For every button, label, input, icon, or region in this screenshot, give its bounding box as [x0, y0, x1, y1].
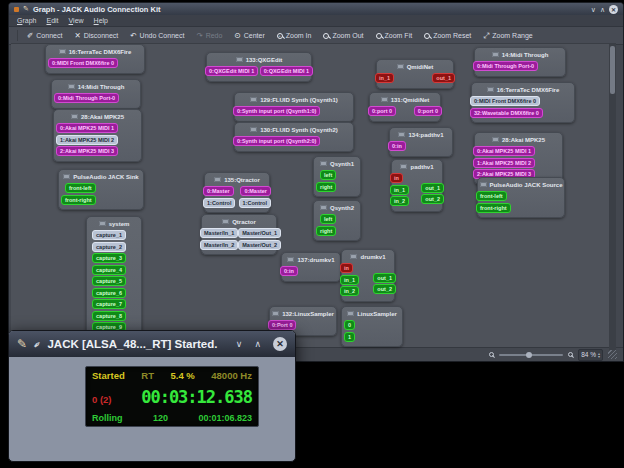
node-qsynth2[interactable]: Qsynth2leftright	[313, 200, 361, 241]
port-1-akai-mpk25-midi-2[interactable]: 1:Akai MPK25 MIDI 2	[56, 135, 118, 145]
node-akai-out[interactable]: 28:Akai MPK250:Akai MPK25 MIDI 11:Akai M…	[53, 109, 142, 162]
port-2-akai-mpk25-midi-3[interactable]: 2:Akai MPK25 MIDI 3	[56, 146, 118, 156]
connect-button[interactable]: ✐Connect	[22, 31, 67, 41]
port-front-left[interactable]: front-left	[65, 183, 96, 193]
port-0-synth-input-port-qsynth1-0-[interactable]: 0:Synth input port (Qsynth1:0)	[233, 106, 320, 116]
port-0-port-0[interactable]: 0:Port 0	[268, 320, 296, 330]
port-out-1[interactable]: out_1	[432, 73, 455, 83]
menu-view[interactable]: View	[65, 17, 88, 24]
port-right[interactable]: right	[316, 226, 336, 236]
port-master-in-1[interactable]: Master/In_1	[200, 228, 238, 238]
zoom-in-button[interactable]: +Zoom In	[272, 31, 317, 40]
port-capture-1[interactable]: capture_1	[92, 230, 126, 240]
node-pulseaudio-source[interactable]: PulseAudio JACK Sourcefront-leftfront-ri…	[477, 177, 565, 218]
menu-graph[interactable]: Graph	[13, 17, 40, 24]
port-in-1[interactable]: in_1	[390, 185, 409, 195]
center-button[interactable]: ⊙Center	[229, 31, 269, 41]
port-0-midi-front-dmx6fire-0[interactable]: 0:MIDI Front DMX6fire 0	[48, 58, 118, 68]
port-master-out-2[interactable]: Master/Out_2	[238, 240, 281, 250]
node-linuxsampler-audio[interactable]: LinuxSampler01	[341, 306, 403, 347]
port-capture-4[interactable]: capture_4	[92, 265, 126, 275]
pin-icon[interactable]: ✒	[30, 337, 44, 351]
port-in-1[interactable]: in_1	[375, 73, 394, 83]
zoom-out-button[interactable]: -Zoom Out	[318, 31, 368, 40]
port-in-2[interactable]: in_2	[390, 196, 409, 206]
maximize-icon[interactable]: ∧	[600, 6, 605, 13]
node-qmidinet-alsa[interactable]: 131:QmidiNet0:port 00:port 0	[369, 92, 441, 122]
resize-grip[interactable]	[608, 350, 617, 359]
node-drumkv1-audio[interactable]: drumkv1inin_1in_2xout_1out_2	[341, 249, 395, 302]
port-0[interactable]: 0	[344, 320, 355, 330]
port-0-akai-mpk25-midi-1[interactable]: 0:Akai MPK25 MIDI 1	[56, 123, 118, 133]
port-0-midi-front-dmx6fire-0[interactable]: 0:MIDI Front DMX6fire 0	[470, 96, 540, 106]
zoom-range-button[interactable]: ⤢Zoom Range	[478, 31, 537, 41]
window-menu-icon[interactable]	[14, 7, 19, 12]
zoom-fit-button[interactable]: Zoom Fit	[371, 31, 418, 40]
patch-canvas[interactable]: 16:TerraTec DMX6Fire0:MIDI Front DMX6fir…	[11, 43, 616, 350]
node-terratec-in[interactable]: 16:TerraTec DMX6Fire0:MIDI Front DMX6fir…	[471, 82, 575, 123]
port-in-2[interactable]: in_2	[340, 286, 359, 296]
port-out-1[interactable]: out_1	[421, 183, 444, 193]
zoom-slider-thumb[interactable]	[526, 352, 532, 358]
node-padthv1-audio[interactable]: padthv1inin_1in_2xout_1out_2	[391, 159, 443, 212]
port-front-left[interactable]: front-left	[476, 191, 507, 201]
close-icon[interactable]: ✕	[609, 5, 618, 14]
menu-edit[interactable]: Edit	[42, 17, 62, 24]
port-capture-3[interactable]: capture_3	[92, 253, 126, 263]
zoom-spinbox[interactable]: 84 % ▴▾	[578, 349, 603, 361]
graph-titlebar[interactable]: ✎ Graph - JACK Audio Connection Kit ∨ ∧ …	[9, 3, 623, 15]
node-midi-through-in[interactable]: 14:Midi Through0:Midi Through Port-0	[474, 47, 566, 77]
port-0-master[interactable]: 0:Master	[240, 186, 271, 196]
undo-connect-button[interactable]: ↶Undo Connect	[125, 31, 189, 41]
node-pulseaudio-sink[interactable]: PulseAudio JACK Sinkfront-leftfront-righ…	[58, 169, 144, 210]
node-fluid-synth-2[interactable]: 130:FLUID Synth (Qsynth2)0:Synth input p…	[234, 122, 354, 152]
node-qtractor-midi[interactable]: 135:Qtractor0:Master1:Control0:Master1:C…	[204, 172, 270, 213]
zoom-reset-button[interactable]: Zoom Reset	[419, 31, 476, 40]
port-capture-6[interactable]: capture_6	[92, 288, 126, 298]
port-out-2[interactable]: out_2	[421, 194, 444, 204]
port-capture-2[interactable]: capture_2	[92, 242, 126, 252]
node-drumkv1-midi[interactable]: 137:drumkv10:in	[281, 252, 341, 282]
port-0-qxgedit-midi-1[interactable]: 0:QXGEdit MIDI 1	[205, 66, 258, 76]
port-0-port-0[interactable]: 0:port 0	[414, 106, 442, 116]
node-midi-through-out[interactable]: 14:Midi Through0:Midi Through Port-0	[51, 79, 141, 109]
node-qmidinet-jack[interactable]: QmidiNetin_1out_1	[376, 59, 454, 89]
port-capture-8[interactable]: capture_8	[92, 311, 126, 321]
port-1[interactable]: 1	[344, 332, 355, 342]
port-0-master[interactable]: 0:Master	[203, 186, 234, 196]
node-fluid-synth-1[interactable]: 129:FLUID Synth (Qsynth1)0:Synth input p…	[234, 92, 354, 122]
port-1-control[interactable]: 1:Control	[203, 198, 235, 208]
qjackctl-close-icon[interactable]: ✕	[273, 337, 287, 351]
port-0-akai-mpk25-midi-1[interactable]: 0:Akai MPK25 MIDI 1	[473, 146, 535, 156]
vertical-scrollbar-thumb[interactable]	[610, 46, 615, 94]
zoom-in-icon[interactable]	[568, 352, 573, 357]
zoom-out-icon[interactable]	[489, 352, 494, 357]
port-32-wavetable-dmx6fire-0[interactable]: 32:Wavetable DMX6fire 0	[470, 108, 543, 118]
port-0-qxgedit-midi-1[interactable]: 0:QXGEdit MIDI 1	[260, 66, 313, 76]
port-master-in-2[interactable]: Master/In_2	[200, 240, 238, 250]
port-master-out-1[interactable]: Master/Out_1	[238, 228, 281, 238]
minimize-icon[interactable]: ∨	[591, 6, 596, 13]
port-1-control[interactable]: 1:Control	[239, 198, 271, 208]
qjackctl-titlebar[interactable]: ✎ ✒ JACK [ALSA_48..._RT] Started. ∨ ∧ ✕	[9, 331, 295, 357]
node-qsynth1[interactable]: Qsynth1leftright	[313, 156, 361, 197]
zoom-spin-arrows[interactable]: ▴▾	[598, 352, 600, 358]
node-qxgedit[interactable]: 133:QXGEdit0:QXGEdit MIDI 10:QXGEdit MID…	[206, 52, 312, 82]
shade-down-icon[interactable]: ∨	[236, 339, 243, 349]
port-front-right[interactable]: front-right	[476, 203, 511, 213]
shade-up-icon[interactable]: ∧	[254, 339, 261, 349]
port-in[interactable]: in	[340, 263, 353, 273]
vertical-scrollbar[interactable]	[609, 44, 616, 350]
port-right[interactable]: right	[316, 182, 336, 192]
node-terratec-out[interactable]: 16:TerraTec DMX6Fire0:MIDI Front DMX6fir…	[45, 44, 145, 74]
node-qtractor-audio[interactable]: QtractorMaster/In_1Master/In_2Master/Out…	[201, 214, 277, 255]
port-left[interactable]: left	[320, 170, 336, 180]
zoom-slider[interactable]	[499, 354, 563, 356]
port-1-akai-mpk25-midi-2[interactable]: 1:Akai MPK25 MIDI 2	[473, 158, 535, 168]
port-capture-5[interactable]: capture_5	[92, 276, 126, 286]
port-capture-7[interactable]: capture_7	[92, 299, 126, 309]
port-0-midi-through-port-0[interactable]: 0:Midi Through Port-0	[54, 93, 119, 103]
port-out-2[interactable]: out_2	[373, 284, 396, 294]
port-0-port-0[interactable]: 0:port 0	[368, 106, 396, 116]
port-0-midi-through-port-0[interactable]: 0:Midi Through Port-0	[473, 61, 538, 71]
